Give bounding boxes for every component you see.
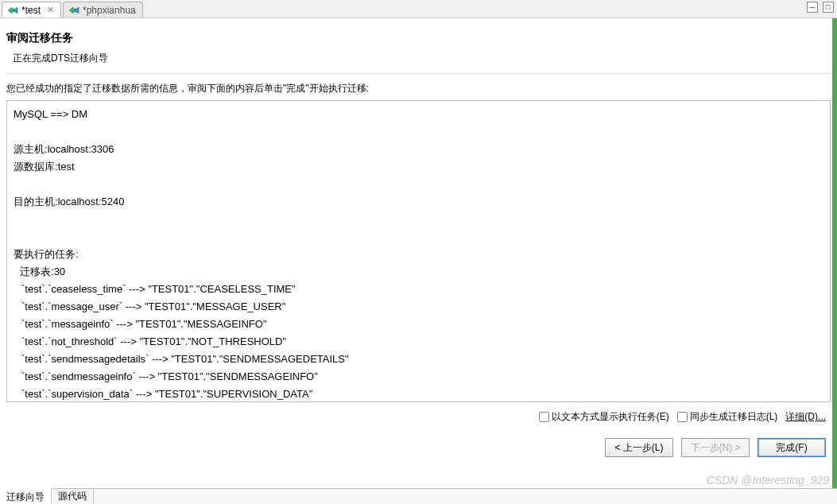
wizard-content: 审阅迁移任务 正在完成DTS迁移向导 您已经成功的指定了迁移数据所需的信息，审阅… bbox=[0, 18, 837, 467]
details-button[interactable]: 详细(D)... bbox=[785, 410, 826, 424]
task-line: `test`.`sendmessageinfo` ---> "TEST01"."… bbox=[14, 368, 823, 386]
page-subtitle: 正在完成DTS迁移向导 bbox=[6, 52, 831, 73]
checkbox-sync-log-input[interactable] bbox=[677, 412, 688, 422]
bottom-tab-wizard[interactable]: 迁移向导 bbox=[0, 488, 52, 505]
migrate-tables-line: 迁移表:30 bbox=[14, 263, 823, 281]
page-title: 审阅迁移任务 bbox=[6, 28, 831, 52]
next-button: 下一步(N) > bbox=[681, 438, 750, 457]
tab-label: *phpxianhua bbox=[83, 5, 136, 16]
source-db-line: 源数据库:test bbox=[14, 158, 823, 176]
bottom-tab-source[interactable]: 源代码 bbox=[52, 488, 94, 504]
task-line: `test`.`ceaseless_time` ---> "TEST01"."C… bbox=[14, 281, 823, 298]
tab-label: *test bbox=[21, 5, 41, 16]
task-line: `test`.`message_user` ---> "TEST01"."MES… bbox=[14, 298, 823, 316]
bottom-tab-bar: 迁移向导 源代码 bbox=[0, 488, 837, 504]
finish-button[interactable]: 完成(F) bbox=[758, 438, 826, 457]
checkbox-text-mode-input[interactable] bbox=[539, 412, 549, 422]
tab-phpxianhua[interactable]: *phpxianhua bbox=[63, 2, 143, 17]
migration-icon bbox=[68, 5, 79, 16]
tasks-header: 要执行的任务: bbox=[14, 246, 823, 263]
window-controls: ─ □ bbox=[807, 2, 834, 13]
task-line: `test`.`not_threshold` ---> "TEST01"."NO… bbox=[14, 333, 823, 351]
right-edge-strip bbox=[832, 18, 837, 488]
migration-icon bbox=[7, 5, 18, 16]
task-line: `test`.`sendmessagedetails` ---> "TEST01… bbox=[14, 351, 823, 368]
watermark: CSDN @Interesting_929 bbox=[707, 474, 829, 487]
review-panel: MySQL ==> DM 源主机:localhost:3306 源数据库:tes… bbox=[6, 100, 831, 402]
task-line: `test`.`supervision_data` ---> "TEST01".… bbox=[14, 386, 823, 401]
checkbox-text-mode[interactable]: 以文本方式显示执行任务(E) bbox=[539, 410, 669, 424]
back-button[interactable]: < 上一步(L) bbox=[605, 438, 673, 457]
close-icon[interactable]: ✕ bbox=[47, 5, 54, 15]
maximize-icon[interactable]: □ bbox=[823, 2, 834, 13]
editor-tab-bar: *test ✕ *phpxianhua ─ □ bbox=[0, 0, 837, 18]
checkbox-sync-log[interactable]: 同步生成迁移日志(L) bbox=[677, 410, 778, 424]
instruction-text: 您已经成功的指定了迁移数据所需的信息，审阅下面的内容后单击"完成"开始执行迁移: bbox=[6, 73, 831, 100]
source-host-line: 源主机:localhost:3306 bbox=[14, 141, 823, 158]
review-scroll[interactable]: MySQL ==> DM 源主机:localhost:3306 源数据库:tes… bbox=[7, 101, 830, 401]
wizard-buttons: < 上一步(L) 下一步(N) > 完成(F) bbox=[6, 438, 831, 467]
dest-host-line: 目的主机:localhost:5240 bbox=[14, 193, 823, 211]
direction-line: MySQL ==> DM bbox=[14, 106, 823, 123]
options-row: 以文本方式显示执行任务(E) 同步生成迁移日志(L) 详细(D)... bbox=[6, 402, 831, 438]
minimize-icon[interactable]: ─ bbox=[807, 2, 818, 13]
tab-test[interactable]: *test ✕ bbox=[2, 2, 61, 17]
task-lines-container: `test`.`ceaseless_time` ---> "TEST01"."C… bbox=[14, 281, 823, 401]
task-line: `test`.`messageinfo` ---> "TEST01"."MESS… bbox=[14, 316, 823, 333]
